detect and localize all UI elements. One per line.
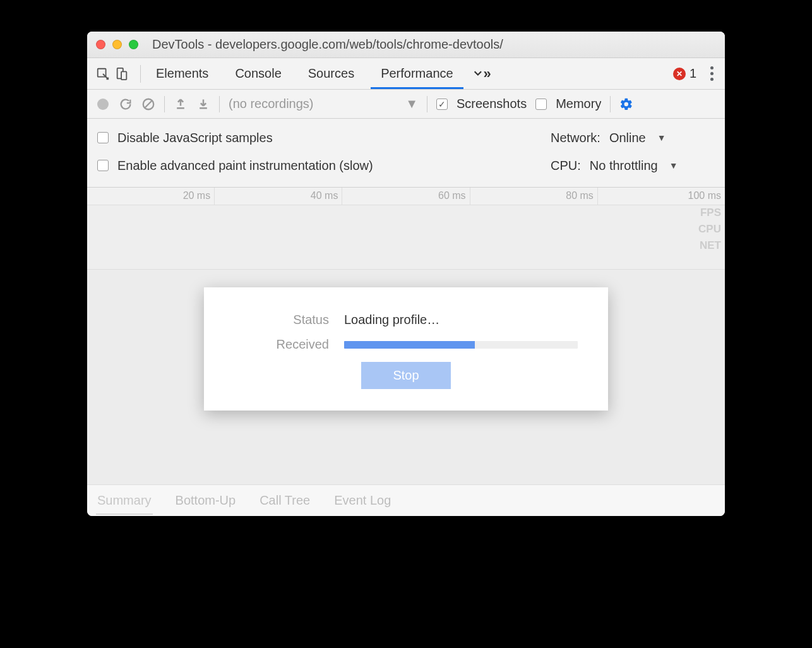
tick: 60 ms <box>342 188 470 205</box>
devtools-window: DevTools - developers.google.com/web/too… <box>87 32 725 516</box>
cpu-throttle-select[interactable]: No throttling ▼ <box>590 159 678 173</box>
tick: 80 ms <box>470 188 598 205</box>
capture-settings-icon[interactable] <box>619 97 633 111</box>
tab-elements[interactable]: Elements <box>153 59 211 88</box>
reload-record-button[interactable] <box>119 97 133 111</box>
svg-rect-5 <box>177 107 184 109</box>
perf-toolbar: (no recordings) ▼ Screenshots Memory <box>87 90 725 119</box>
disable-js-label: Disable JavaScript samples <box>117 131 273 145</box>
network-value: Online <box>609 131 646 145</box>
stop-button[interactable]: Stop <box>361 362 450 389</box>
disable-js-checkbox[interactable] <box>97 132 109 143</box>
tab-call-tree[interactable]: Call Tree <box>258 487 311 514</box>
lane-cpu: CPU <box>698 223 721 236</box>
main-menu-icon[interactable] <box>705 66 719 81</box>
enable-paint-label: Enable advanced paint instrumentation (s… <box>117 159 373 173</box>
svg-rect-6 <box>200 107 207 109</box>
traffic-lights <box>96 40 138 49</box>
error-counter[interactable]: ✕ 1 <box>673 66 696 81</box>
zoom-window-button[interactable] <box>129 40 138 49</box>
cpu-value: No throttling <box>590 159 658 173</box>
memory-checkbox[interactable] <box>535 99 547 110</box>
status-label: Status <box>234 313 329 327</box>
tab-sources[interactable]: Sources <box>306 59 357 88</box>
cpu-label: CPU: <box>551 159 581 173</box>
error-icon: ✕ <box>673 68 686 80</box>
chevron-down-icon: ▼ <box>405 97 418 111</box>
window-title: DevTools - developers.google.com/web/too… <box>152 37 503 52</box>
lane-fps: FPS <box>698 207 721 219</box>
svg-rect-2 <box>121 71 126 80</box>
screenshots-label: Screenshots <box>457 97 527 111</box>
save-profile-button[interactable] <box>196 97 210 111</box>
timeline-lane-labels: FPS CPU NET <box>698 207 721 252</box>
svg-line-4 <box>145 100 152 107</box>
lane-net: NET <box>698 239 721 252</box>
progress-bar <box>344 341 578 349</box>
flamechart-area: Status Loading profile… Received Stop <box>87 270 725 484</box>
titlebar: DevTools - developers.google.com/web/too… <box>87 32 725 58</box>
more-tabs-icon[interactable]: » <box>472 64 491 83</box>
recordings-selector[interactable]: (no recordings) ▼ <box>229 97 418 111</box>
enable-paint-checkbox[interactable] <box>97 160 109 171</box>
status-value: Loading profile… <box>344 313 439 327</box>
loading-dialog: Status Loading profile… Received Stop <box>204 287 608 411</box>
network-label: Network: <box>551 131 600 145</box>
tick: 20 ms <box>87 188 215 205</box>
tick: 40 ms <box>215 188 342 205</box>
recordings-label: (no recordings) <box>229 97 314 111</box>
received-label: Received <box>234 337 329 352</box>
tab-performance[interactable]: Performance <box>378 59 456 88</box>
clear-button[interactable] <box>141 97 155 111</box>
timeline-overview[interactable]: 20 ms 40 ms 60 ms 80 ms 100 ms FPS CPU N… <box>87 188 725 270</box>
progress-fill <box>344 341 475 349</box>
load-profile-button[interactable] <box>174 97 188 111</box>
chevron-down-icon: ▼ <box>669 160 678 171</box>
chevron-down-icon: ▼ <box>657 133 666 143</box>
error-count: 1 <box>690 66 696 81</box>
memory-label: Memory <box>556 97 601 111</box>
tab-summary[interactable]: Summary <box>96 487 153 514</box>
inspect-element-icon[interactable] <box>93 64 112 83</box>
tab-event-log[interactable]: Event Log <box>333 487 392 514</box>
minimize-window-button[interactable] <box>112 40 122 49</box>
capture-settings-panel: Disable JavaScript samples Network: Onli… <box>87 119 725 188</box>
screenshots-checkbox[interactable] <box>436 99 448 110</box>
network-throttle-select[interactable]: Online ▼ <box>609 131 666 145</box>
tick: 100 ms <box>598 188 725 205</box>
close-window-button[interactable] <box>96 40 105 49</box>
details-tabbar: Summary Bottom-Up Call Tree Event Log <box>87 484 725 516</box>
panel-tabbar: Elements Console Sources Performance » ✕… <box>87 58 725 90</box>
device-toolbar-icon[interactable] <box>112 64 131 83</box>
timeline-ruler: 20 ms 40 ms 60 ms 80 ms 100 ms <box>87 188 725 205</box>
tab-console[interactable]: Console <box>232 59 284 88</box>
tab-bottom-up[interactable]: Bottom-Up <box>174 487 237 514</box>
record-button[interactable] <box>96 97 110 111</box>
